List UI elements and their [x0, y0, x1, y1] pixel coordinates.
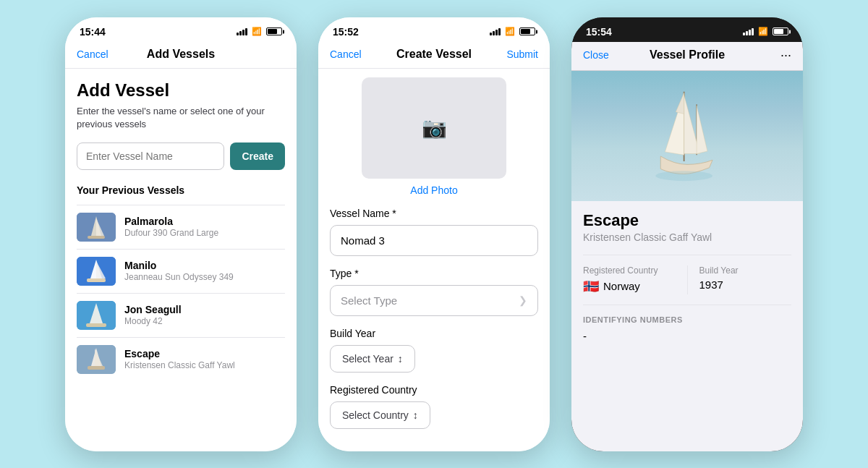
nav-title-2: Create Vessel: [396, 48, 472, 61]
phones-container: 15:44 📶 Cancel Add Vessels Add Vessel En…: [51, 3, 817, 466]
status-bar-2: 15:52 📶: [318, 17, 550, 42]
status-bar-1: 15:44 📶: [65, 17, 297, 42]
photo-placeholder[interactable]: 📷: [362, 77, 506, 179]
vessel-item-palmarola[interactable]: Palmarola Dufour 390 Grand Large: [77, 205, 285, 249]
identifying-numbers-title: IDENTIFYING NUMBERS: [583, 315, 791, 324]
time-2: 15:52: [333, 26, 359, 38]
signal-icon-2: [490, 28, 501, 35]
nav-bar-1: Cancel Add Vessels: [65, 42, 297, 69]
identifying-numbers-value: -: [583, 330, 791, 342]
status-icons-3: 📶: [743, 27, 788, 36]
svg-point-22: [655, 171, 712, 181]
svg-rect-7: [87, 278, 106, 282]
profile-info-section: Escape Kristensen Classic Gaff Yawl Regi…: [571, 201, 803, 352]
nav-bar-2: Cancel Create Vessel Submit: [318, 42, 550, 69]
cancel-button-2[interactable]: Cancel: [330, 48, 366, 60]
vessel-thumb-manilo: [77, 257, 116, 286]
vessel-name-palmarola: Palmarola: [124, 216, 285, 227]
registered-country-field-value: 🇳🇴 Norway: [583, 278, 676, 294]
vessel-name-row: Create: [77, 142, 285, 170]
submit-button[interactable]: Submit: [502, 48, 538, 60]
cancel-button-1[interactable]: Cancel: [77, 48, 113, 60]
svg-rect-10: [86, 323, 106, 327]
battery-icon-1: [266, 27, 282, 35]
vessel-thumb-palmarola: [77, 213, 116, 242]
vessel-item-escape[interactable]: Escape Kristensen Classic Gaff Yawl: [77, 337, 285, 381]
svg-rect-14: [88, 366, 105, 370]
add-vessel-screen: Add Vessel Enter the vessel's name or se…: [65, 69, 297, 451]
photo-section: 📷 Add Photo: [318, 69, 550, 208]
wifi-icon-2: 📶: [505, 27, 515, 36]
add-vessel-subtitle: Enter the vessel's name or select one of…: [77, 105, 285, 131]
vessel-type-manilo: Jeanneau Sun Odyssey 349: [124, 272, 285, 282]
status-icons-1: 📶: [237, 27, 282, 36]
select-country-button[interactable]: Select Country ↕: [330, 401, 430, 429]
phone-create-vessel: 15:52 📶 Cancel Create Vessel Submit 📷: [318, 17, 550, 451]
add-photo-button[interactable]: Add Photo: [410, 184, 457, 196]
build-year-field-value: 1937: [699, 278, 792, 291]
signal-icon-1: [237, 28, 247, 35]
nav-title-1: Add Vessels: [147, 48, 215, 61]
vessel-name-input[interactable]: [77, 142, 224, 170]
type-select[interactable]: Select Type ❯: [330, 285, 538, 316]
battery-icon-3: [773, 27, 788, 35]
vessel-form: Vessel Name * Type * Select Type ❯ Build…: [318, 208, 550, 441]
nav-bar-3: Close Vessel Profile ···: [571, 42, 803, 71]
build-year-label: Build Year: [330, 328, 538, 339]
select-year-button[interactable]: Select Year ↕: [330, 345, 415, 373]
country-chevron-icon: ↕: [413, 409, 418, 421]
vessel-name-field[interactable]: [330, 225, 538, 256]
profile-divider-1: [583, 255, 791, 255]
vessel-name-jon-seagull: Jon Seagull: [124, 304, 285, 315]
vessel-type-escape: Kristensen Classic Gaff Yawl: [124, 360, 285, 370]
registered-country-item: Registered Country 🇳🇴 Norway: [583, 265, 687, 294]
profile-divider-2: [583, 305, 791, 305]
wifi-icon-1: 📶: [252, 27, 262, 36]
vessel-info-jon-seagull: Jon Seagull Moody 42: [124, 304, 285, 326]
registered-country-field-label: Registered Country: [583, 265, 676, 276]
time-1: 15:44: [80, 26, 106, 38]
vessel-profile-screen: Escape Kristensen Classic Gaff Yawl Regi…: [571, 71, 803, 451]
time-3: 15:54: [586, 26, 612, 38]
nav-title-3: Vessel Profile: [650, 48, 725, 61]
vessel-info-manilo: Manilo Jeanneau Sun Odyssey 349: [124, 260, 285, 282]
create-vessel-button[interactable]: Create: [230, 142, 285, 170]
type-chevron-icon: ❯: [519, 294, 527, 306]
phone-add-vessels: 15:44 📶 Cancel Add Vessels Add Vessel En…: [65, 17, 297, 451]
close-button[interactable]: Close: [583, 49, 619, 61]
registered-country-label: Registered Country: [330, 384, 538, 396]
svg-marker-20: [676, 93, 684, 114]
type-label: Type *: [330, 268, 538, 279]
camera-icon: 📷: [422, 116, 447, 140]
vessel-item-manilo[interactable]: Manilo Jeanneau Sun Odyssey 349: [77, 249, 285, 293]
more-options-button[interactable]: ···: [755, 48, 791, 63]
vessel-name-escape: Escape: [124, 348, 285, 359]
build-year-field-label: Build Year: [699, 265, 792, 276]
vessel-info-escape: Escape Kristensen Classic Gaff Yawl: [124, 348, 285, 370]
add-vessel-heading: Add Vessel: [77, 80, 285, 101]
year-chevron-icon: ↕: [398, 353, 403, 365]
status-bar-3: 15:54 📶: [571, 17, 803, 42]
profile-grid: Registered Country 🇳🇴 Norway Build Year …: [583, 265, 791, 294]
vessel-hero-image: [571, 71, 803, 201]
vessel-type-jon-seagull: Moody 42: [124, 316, 285, 326]
norway-flag-icon: 🇳🇴: [583, 278, 599, 294]
status-icons-2: 📶: [490, 27, 535, 36]
wifi-icon-3: 📶: [758, 27, 768, 36]
sailboat-illustration: [644, 85, 731, 187]
country-name: Norway: [603, 280, 640, 292]
vessel-thumb-escape: [77, 345, 116, 374]
previous-vessels-heading: Your Previous Vessels: [77, 184, 285, 196]
create-vessel-screen: 📷 Add Photo Vessel Name * Type * Select …: [318, 69, 550, 451]
phone-vessel-profile: 15:54 📶 Close Vessel Profile ···: [571, 17, 803, 451]
svg-marker-21: [697, 106, 707, 154]
select-country-label: Select Country: [342, 409, 409, 421]
profile-vessel-type: Kristensen Classic Gaff Yawl: [583, 231, 791, 243]
vessel-type-palmarola: Dufour 390 Grand Large: [124, 228, 285, 238]
vessel-thumb-jon-seagull: [77, 301, 116, 330]
svg-rect-3: [88, 236, 105, 239]
vessel-item-jon-seagull[interactable]: Jon Seagull Moody 42: [77, 293, 285, 337]
build-year-item: Build Year 1937: [687, 265, 792, 294]
select-year-label: Select Year: [342, 353, 393, 365]
vessel-name-label: Vessel Name *: [330, 208, 538, 219]
